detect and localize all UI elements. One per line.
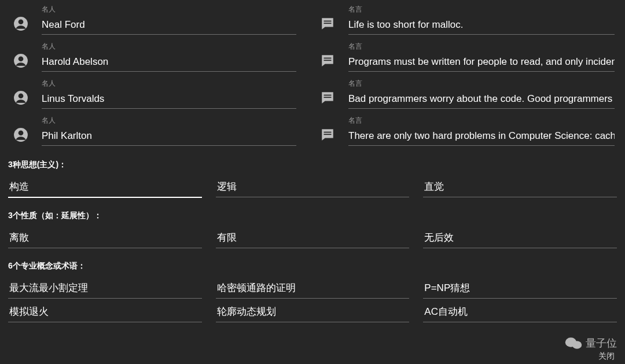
quote-field: 名言 <box>348 42 625 72</box>
concept-input[interactable] <box>423 301 617 322</box>
person-column: 名人 <box>0 79 307 109</box>
svg-point-5 <box>19 56 24 61</box>
quote-column: 名言 <box>307 79 625 109</box>
quotes-list: 名人 名言 名人 <box>0 0 625 149</box>
concept-input[interactable] <box>216 301 410 322</box>
svg-rect-2 <box>324 21 332 22</box>
properties-title: 3个性质（如：延展性）： <box>8 211 617 221</box>
person-icon <box>0 90 42 109</box>
quote-input[interactable] <box>348 17 615 35</box>
chat-icon <box>307 90 348 109</box>
quote-column: 名言 <box>307 116 625 146</box>
properties-section: 3个性质（如：延展性）： <box>0 200 625 248</box>
person-input[interactable] <box>42 54 296 72</box>
idea-input[interactable] <box>423 176 617 197</box>
svg-rect-6 <box>324 58 332 59</box>
property-input[interactable] <box>216 227 410 248</box>
ideas-title: 3种思想(主义)： <box>8 160 617 170</box>
quote-field: 名言 <box>348 5 625 35</box>
quote-label: 名言 <box>348 79 615 89</box>
quote-row: 名人 名言 <box>0 1 625 38</box>
quote-input[interactable] <box>348 91 615 109</box>
quote-row: 名人 名言 <box>0 38 625 75</box>
person-input[interactable] <box>42 91 296 109</box>
svg-rect-11 <box>324 97 332 98</box>
watermark-text: 量子位 <box>586 336 617 350</box>
idea-input[interactable] <box>216 176 410 197</box>
svg-rect-7 <box>324 60 332 61</box>
svg-rect-15 <box>324 134 332 135</box>
svg-rect-3 <box>324 23 332 24</box>
quote-label: 名言 <box>348 5 615 14</box>
svg-point-13 <box>19 130 24 135</box>
person-label: 名人 <box>42 5 296 14</box>
person-field: 名人 <box>42 42 307 72</box>
chat-icon <box>307 16 348 35</box>
person-field: 名人 <box>42 79 307 109</box>
person-input[interactable] <box>42 17 296 35</box>
concepts-title: 6个专业概念或术语： <box>8 261 617 271</box>
quote-row: 名人 名言 <box>0 75 625 112</box>
svg-rect-14 <box>324 132 332 133</box>
quote-input[interactable] <box>348 128 615 146</box>
close-button[interactable]: 关闭 <box>598 351 615 362</box>
quote-field: 名言 <box>348 116 625 146</box>
person-column: 名人 <box>0 5 307 35</box>
quote-column: 名言 <box>307 42 625 72</box>
quote-field: 名言 <box>348 79 625 109</box>
svg-point-17 <box>572 341 582 349</box>
person-icon <box>0 16 42 35</box>
chat-icon <box>307 127 348 146</box>
quote-column: 名言 <box>307 5 625 35</box>
svg-point-1 <box>19 19 24 24</box>
person-icon <box>0 127 42 146</box>
quote-label: 名言 <box>348 116 615 126</box>
concept-input[interactable] <box>8 277 202 299</box>
svg-rect-10 <box>324 95 332 96</box>
property-input[interactable] <box>423 227 617 248</box>
person-input[interactable] <box>42 128 296 146</box>
person-field: 名人 <box>42 116 307 146</box>
person-field: 名人 <box>42 5 307 35</box>
concept-input[interactable] <box>216 277 410 299</box>
person-label: 名人 <box>42 42 296 52</box>
person-column: 名人 <box>0 42 307 72</box>
watermark: 量子位 <box>565 336 617 350</box>
concept-input[interactable] <box>423 277 617 299</box>
svg-point-9 <box>19 93 24 98</box>
wechat-icon <box>565 336 582 350</box>
concept-input[interactable] <box>8 301 202 322</box>
person-column: 名人 <box>0 116 307 146</box>
ideas-section: 3种思想(主义)： <box>0 149 625 198</box>
concepts-section: 6个专业概念或术语： <box>0 251 625 322</box>
person-label: 名人 <box>42 116 296 126</box>
idea-input[interactable] <box>8 176 202 198</box>
quote-row: 名人 名言 <box>0 112 625 149</box>
chat-icon <box>307 53 348 72</box>
quote-label: 名言 <box>348 42 615 52</box>
property-input[interactable] <box>8 227 202 248</box>
quote-input[interactable] <box>348 54 615 72</box>
person-label: 名人 <box>42 79 296 89</box>
person-icon <box>0 53 42 72</box>
